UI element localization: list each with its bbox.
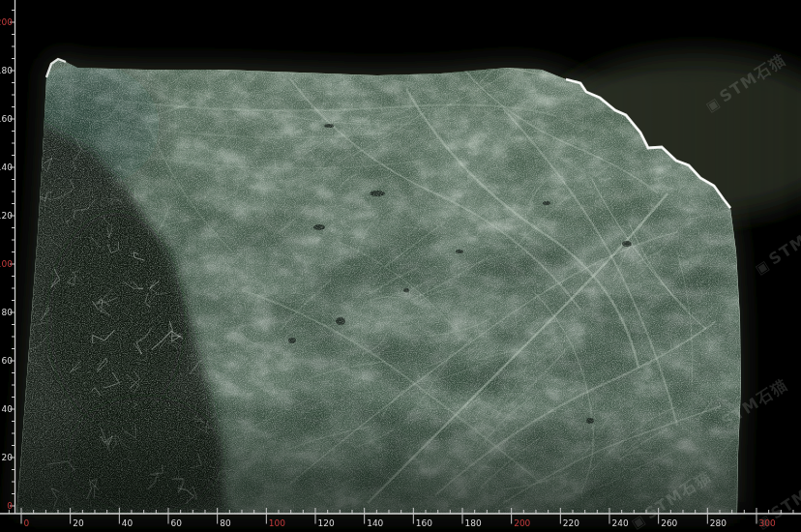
svg-text:140: 140	[0, 163, 13, 172]
svg-text:220: 220	[563, 518, 579, 528]
measurement-rulers: 0204060801001201401601802000204060801001…	[0, 0, 801, 532]
svg-text:0: 0	[7, 501, 13, 511]
svg-text:160: 160	[0, 114, 13, 124]
svg-text:280: 280	[710, 518, 727, 528]
svg-text:100: 100	[0, 259, 13, 269]
svg-text:140: 140	[367, 518, 383, 528]
slab-scan-viewport: ▣STM石猫 ▣STM石猫 ▣STM石猫 ▣STM石猫 ▣STM石猫 02040…	[0, 0, 801, 532]
svg-text:40: 40	[2, 404, 14, 414]
svg-text:240: 240	[611, 518, 628, 528]
svg-text:260: 260	[661, 518, 677, 528]
svg-text:100: 100	[269, 518, 285, 528]
svg-text:300: 300	[758, 518, 775, 528]
svg-text:200: 200	[514, 518, 530, 528]
svg-text:40: 40	[122, 518, 134, 528]
svg-text:200: 200	[0, 17, 13, 27]
svg-text:160: 160	[416, 518, 432, 528]
svg-text:120: 120	[317, 518, 334, 528]
svg-text:180: 180	[464, 518, 481, 528]
svg-text:20: 20	[2, 453, 14, 462]
svg-text:0: 0	[24, 518, 30, 528]
svg-text:60: 60	[2, 356, 14, 366]
svg-text:80: 80	[220, 518, 231, 528]
svg-text:80: 80	[2, 308, 14, 317]
svg-text:60: 60	[170, 518, 182, 528]
svg-text:180: 180	[0, 66, 13, 75]
svg-text:20: 20	[73, 518, 84, 528]
svg-text:120: 120	[0, 211, 13, 221]
